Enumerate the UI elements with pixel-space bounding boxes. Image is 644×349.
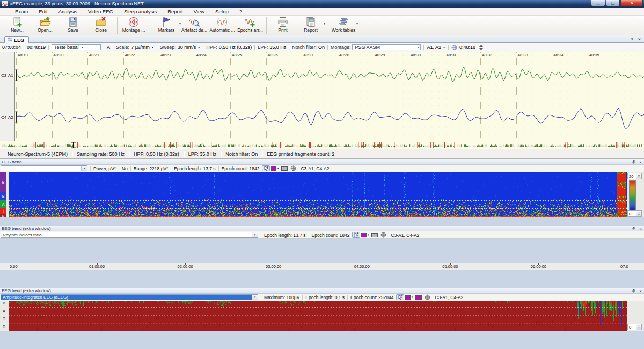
toolbar-separator bbox=[150, 17, 150, 34]
toolbar-button-open[interactable]: Open... bbox=[31, 16, 59, 35]
toolbar-button-work-tables[interactable]: Work tables▼ bbox=[330, 16, 357, 35]
reference-value[interactable]: A1, A2 bbox=[427, 45, 441, 50]
power-spectrogram-canvas[interactable] bbox=[9, 172, 627, 217]
trend2-channels: C3-A1, C4-A2 bbox=[391, 232, 419, 238]
trend3-type-combo[interactable]: Amplitude-integrated EEG (aEEG)▼ bbox=[1, 294, 258, 300]
scale-dropdown-icon[interactable]: ▼ bbox=[151, 46, 154, 49]
toolbar-button-artefact-de[interactable]: Artefact de... bbox=[180, 16, 208, 35]
trend2-type-combo[interactable]: Rhythm indices ratio▼ bbox=[1, 232, 258, 238]
exam-stage-combo[interactable]: Teste basal▼ bbox=[52, 44, 101, 50]
channels-globe-icon[interactable] bbox=[423, 294, 431, 300]
trend1-toolbar: ▼ Power, µV²NoRange: 2218 µV²Epoch lengt… bbox=[0, 165, 644, 172]
trace-c3-a1 bbox=[16, 67, 644, 82]
palette-icon[interactable]: ▼ bbox=[271, 165, 279, 171]
axis-time-label: 01:00:00 bbox=[87, 264, 107, 269]
toolbar-dropdown-icon[interactable]: ▼ bbox=[323, 22, 326, 25]
trend1-close-icon[interactable]: × bbox=[639, 160, 642, 165]
legend-icon[interactable] bbox=[414, 294, 422, 300]
trend1-spectrogram[interactable]: BBATD 20▲▼ 0▲▼ bbox=[0, 172, 644, 217]
epochs-arrange-icon bbox=[244, 16, 256, 27]
toolbar-button-automatic[interactable]: Automatic ... bbox=[208, 16, 236, 35]
trend1-scale-min-spinner[interactable]: 0▲▼ bbox=[627, 210, 642, 217]
toolbar-button-print[interactable]: Print bbox=[269, 16, 297, 35]
trend1-scale-max-spinner[interactable]: 20▲▼ bbox=[627, 173, 642, 179]
channel-label-c4-a2[interactable]: C4-A2 bbox=[1, 115, 13, 120]
trace-time-label: 48:25 bbox=[232, 53, 242, 57]
channels-globe-icon[interactable] bbox=[289, 165, 297, 171]
close-button[interactable]: ✕ bbox=[620, 0, 643, 6]
param-separator bbox=[261, 295, 261, 300]
toolbar-button-new[interactable]: New... bbox=[3, 16, 31, 35]
menu-sleep-analysis[interactable]: Sleep analysis bbox=[119, 8, 162, 16]
montage-combo[interactable]: PSG AASM▼ bbox=[352, 44, 421, 50]
param-separator bbox=[90, 166, 91, 171]
toolbar-button-label: New... bbox=[11, 27, 24, 33]
toolbar-button-label: Work tables bbox=[332, 27, 356, 33]
channel-label-c3-a1[interactable]: C3-A1 bbox=[1, 73, 13, 78]
toolbar-button-markers[interactable]: Markers▼ bbox=[152, 16, 180, 35]
trend3-close-icon[interactable]: × bbox=[639, 289, 642, 294]
cursor-tool-icon[interactable] bbox=[262, 165, 270, 171]
toolbar-button-montage[interactable]: Montage ... bbox=[120, 16, 148, 35]
main-toolbar: New...Open...SaveCloseMontage ...Markers… bbox=[0, 16, 644, 35]
palette-icon[interactable]: ▼ bbox=[361, 232, 369, 238]
tab-close-icon[interactable]: × bbox=[638, 37, 641, 42]
palette-icon[interactable]: ▼ bbox=[405, 294, 413, 300]
trend2-scale-min-spinner[interactable]: 0▲▼ bbox=[627, 324, 642, 330]
eeg-trace-area[interactable]: C3-A1C4-A2 48:1948:2048:2148:2248:2348:2… bbox=[0, 52, 644, 141]
toolbar-button-save[interactable]: Save bbox=[59, 16, 87, 35]
trend1-type-combo[interactable]: ▼ bbox=[1, 165, 87, 171]
param-epoch-length: Epoch length: 13,7 s bbox=[264, 232, 306, 238]
tab-bar: EEG ▼ × bbox=[0, 35, 644, 43]
channels-globe-icon[interactable] bbox=[379, 232, 387, 238]
param-separator bbox=[119, 166, 119, 171]
reference-dropdown-icon[interactable]: ▼ bbox=[443, 46, 445, 49]
eeg-settings-bar: 07:00:04 00:48:19 Teste basal▼ A Scale: … bbox=[0, 43, 644, 52]
menu-exam[interactable]: Exam bbox=[10, 8, 33, 16]
menu-setup[interactable]: Setup bbox=[210, 8, 234, 16]
axis-time-label: 04:00:00 bbox=[352, 264, 371, 269]
trace-time-label: 48:26 bbox=[268, 53, 278, 57]
menu-[interactable]: ? bbox=[234, 8, 247, 16]
trace-time-label: 48:30 bbox=[411, 53, 421, 57]
cursor-tool-icon[interactable] bbox=[396, 294, 404, 300]
legend-icon[interactable] bbox=[370, 232, 378, 238]
toolbar-button-report[interactable]: Report▼ bbox=[297, 16, 325, 35]
hpf-label: HPF: bbox=[206, 45, 217, 50]
sort-channels-icon[interactable] bbox=[479, 45, 484, 50]
trend3-header: EEG trend (extra window) × bbox=[0, 288, 644, 294]
tab-list-dropdown-icon[interactable]: ▼ bbox=[631, 38, 634, 41]
rhythm-band-label: B bbox=[0, 172, 6, 192]
scale-value[interactable]: 7 µv/mm bbox=[131, 45, 150, 50]
tab-eeg[interactable]: EEG bbox=[4, 36, 29, 43]
toolbar-dropdown-icon[interactable]: ▼ bbox=[356, 22, 358, 25]
sweep-dropdown-icon[interactable]: ▼ bbox=[197, 46, 200, 49]
toolbar-button-epochs-arr[interactable]: Epochs arr... bbox=[236, 16, 264, 35]
status-segment: LPF: 35,0 Hz bbox=[184, 151, 221, 157]
toolbar-button-label: Save bbox=[68, 27, 78, 33]
montage-label: Montage: bbox=[331, 45, 351, 50]
menu-analysis[interactable]: Analysis bbox=[53, 8, 83, 16]
axis-time-label: 03:00:00 bbox=[264, 264, 283, 269]
menu-report[interactable]: Report bbox=[162, 8, 188, 16]
print-icon bbox=[277, 16, 289, 27]
trend2-title: EEG trend (extra window) bbox=[2, 226, 51, 231]
record-overview-strip[interactable] bbox=[0, 141, 644, 149]
app-icon bbox=[2, 1, 8, 6]
status-segment: HPF: 0,50 Hz (0,32s) bbox=[129, 151, 184, 157]
legend-icon[interactable] bbox=[280, 165, 288, 171]
menu-edit[interactable]: Edit bbox=[33, 8, 53, 16]
automatic-analysis-icon bbox=[216, 16, 228, 27]
sweep-value[interactable]: 30 mm/s bbox=[178, 45, 196, 50]
scale-label: Scale: bbox=[116, 45, 129, 50]
trend2-toolbar: Rhythm indices ratio▼ Epoch length: 13,7… bbox=[0, 231, 644, 239]
menu-video-eeg[interactable]: Video EEG bbox=[83, 8, 119, 16]
toolbar-button-close[interactable]: Close bbox=[87, 16, 115, 35]
maximize-button[interactable]: ▢ bbox=[606, 0, 620, 6]
minimize-button[interactable]: ▁ bbox=[591, 0, 605, 6]
trend2-close-icon[interactable]: × bbox=[639, 227, 642, 231]
cursor-tool-icon[interactable] bbox=[352, 232, 360, 238]
lpf-value: 35,0 Hz bbox=[269, 45, 286, 50]
menu-view[interactable]: View bbox=[188, 8, 210, 16]
status-segment: Notch filter: On bbox=[221, 151, 262, 157]
